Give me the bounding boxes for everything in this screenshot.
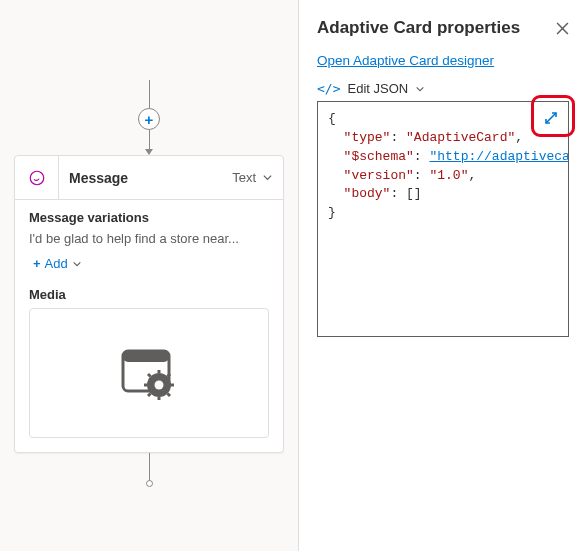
variation-preview: I'd be glad to help find a store near... [29,231,269,246]
json-editor[interactable]: { "type": "AdaptiveCard", "$schema": "ht… [317,101,569,337]
svg-point-4 [155,381,164,390]
panel-title: Adaptive Card properties [317,18,520,38]
node-header[interactable]: Message Text [15,156,283,200]
plus-icon: + [145,111,154,128]
properties-panel: Adaptive Card properties Open Adaptive C… [298,0,587,551]
chevron-down-icon [415,84,425,94]
edit-json-toggle[interactable]: </> Edit JSON [317,81,569,96]
close-button[interactable] [556,22,569,35]
expand-icon [543,110,559,126]
plus-icon: + [33,256,41,271]
code-icon: </> [317,81,340,96]
svg-line-10 [168,394,171,397]
media-dropzone[interactable] [29,308,269,438]
node-title: Message [59,170,232,186]
svg-point-0 [30,171,44,185]
edit-json-label: Edit JSON [347,81,408,96]
connector-end [146,480,153,487]
add-node-button[interactable]: + [138,108,160,130]
svg-line-11 [148,394,151,397]
close-icon [556,22,569,35]
media-heading: Media [29,287,269,302]
add-label: Add [45,256,68,271]
svg-rect-2 [123,351,169,362]
message-icon [15,156,59,199]
arrow-down-icon [145,149,153,155]
svg-line-9 [148,374,151,377]
chevron-down-icon [72,259,82,269]
message-node[interactable]: Message Text Message variations I'd be g… [14,155,284,453]
svg-line-12 [168,374,171,377]
open-designer-link[interactable]: Open Adaptive Card designer [317,53,494,68]
media-gear-icon [117,345,181,401]
node-type-label: Text [232,170,262,185]
chevron-down-icon[interactable] [262,172,283,183]
variations-heading: Message variations [29,210,269,225]
expand-editor-button[interactable] [537,104,565,132]
add-variation-button[interactable]: + Add [29,254,86,273]
